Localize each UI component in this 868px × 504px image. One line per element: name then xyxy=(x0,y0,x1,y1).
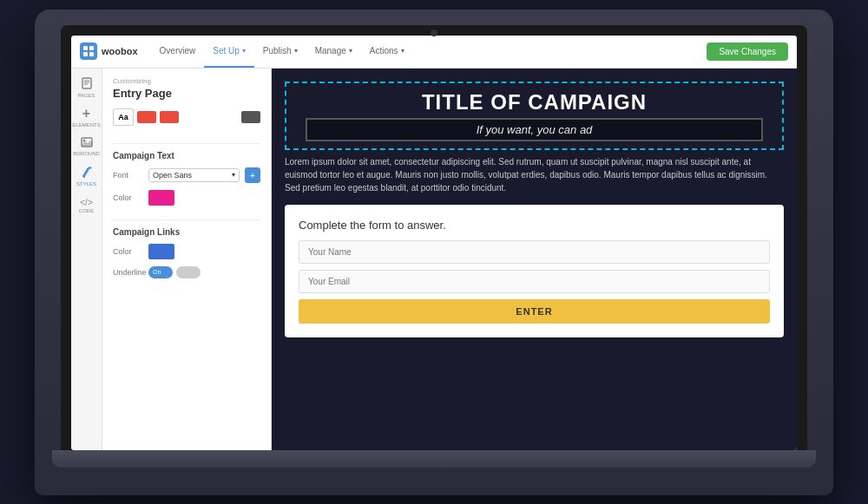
links-color-label: Color xyxy=(113,247,143,256)
bground-label: BGROUND xyxy=(73,151,100,156)
code-label: CODE xyxy=(79,208,94,213)
laptop-shell: woobox Overview Set Up ▾ Publish ▾ xyxy=(35,10,833,495)
tab-actions[interactable]: Actions ▾ xyxy=(361,36,413,68)
email-input[interactable] xyxy=(299,270,770,293)
chevron-down-icon: ▾ xyxy=(242,47,246,55)
tab-overview[interactable]: Overview xyxy=(151,36,205,68)
icon-sidebar: PAGES + ELEMENTS xyxy=(71,69,102,450)
color-label: Color xyxy=(113,193,143,202)
svg-rect-4 xyxy=(82,78,91,88)
styles-icon xyxy=(81,166,93,180)
divider-2 xyxy=(113,219,260,220)
entry-page-title: Entry Page xyxy=(113,87,260,100)
chevron-down-icon: ▾ xyxy=(232,171,235,179)
sidebar-item-elements[interactable]: + ELEMENTS xyxy=(75,105,99,129)
font-add-button[interactable]: + xyxy=(245,167,260,183)
campaign-body-text: Lorem ipsum dolor sit amet, consectetur … xyxy=(285,155,784,194)
svg-rect-2 xyxy=(83,52,88,56)
customizing-label: Customizing xyxy=(113,77,260,85)
laptop-screen: woobox Overview Set Up ▾ Publish ▾ xyxy=(71,36,797,450)
nav-tabs: Overview Set Up ▾ Publish ▾ Manage ▾ xyxy=(151,36,707,68)
style-buttons-row: Aa xyxy=(113,108,260,126)
pages-label: PAGES xyxy=(77,93,95,98)
sidebar-item-code[interactable]: </> CODE xyxy=(75,193,99,218)
campaign-links-title: Campaign Links xyxy=(113,227,260,237)
sidebar-item-pages[interactable]: PAGES xyxy=(75,75,99,100)
campaign-title: TITLE OF CAMPAIGN xyxy=(293,90,775,115)
tab-manage[interactable]: Manage ▾ xyxy=(306,36,361,68)
divider-1 xyxy=(113,143,260,144)
elements-label: ELEMENTS xyxy=(72,122,100,128)
color-swatch-1[interactable] xyxy=(137,111,156,123)
toggle-on-button[interactable]: On xyxy=(148,266,173,278)
screen-bezel: woobox Overview Set Up ▾ Publish ▾ xyxy=(61,25,807,450)
text-style-aa-button[interactable]: Aa xyxy=(113,108,134,126)
laptop-base xyxy=(52,450,816,468)
webcam xyxy=(431,29,437,36)
color-swatch-2[interactable] xyxy=(160,111,179,123)
chevron-down-icon: ▾ xyxy=(349,47,352,55)
logo-icon xyxy=(80,43,97,60)
styles-label: STYLES xyxy=(76,181,96,187)
underline-row: Underline On xyxy=(113,266,260,278)
color-swatch-dark[interactable] xyxy=(241,111,260,123)
logo-text: woobox xyxy=(102,46,138,56)
color-row: Color xyxy=(113,190,260,206)
tab-publish[interactable]: Publish ▾ xyxy=(254,36,306,68)
underline-toggle: On xyxy=(148,266,201,278)
elements-icon: + xyxy=(82,106,90,121)
main-content: PAGES + ELEMENTS xyxy=(71,69,797,450)
campaign-text-title: Campaign Text xyxy=(113,151,260,160)
font-select[interactable]: Open Sans ▾ xyxy=(148,168,240,182)
preview-area: TITLE OF CAMPAIGN Lorem ipsum dolor sit … xyxy=(272,69,797,450)
form-card: Complete the form to answer. ENTER xyxy=(285,205,784,337)
svg-rect-3 xyxy=(89,52,94,56)
save-changes-button[interactable]: Save Changes xyxy=(707,43,788,61)
text-color-swatch[interactable] xyxy=(148,190,174,206)
font-row: Font Open Sans ▾ + xyxy=(113,167,260,183)
links-color-row: Color xyxy=(113,244,260,259)
sidebar-item-background[interactable]: BGROUND xyxy=(75,134,99,159)
background-icon xyxy=(81,137,93,150)
pages-icon xyxy=(81,77,93,92)
tab-setup[interactable]: Set Up ▾ xyxy=(204,36,254,68)
toggle-off-option[interactable] xyxy=(176,266,201,278)
links-color-swatch[interactable] xyxy=(148,244,174,259)
form-title: Complete the form to answer. xyxy=(299,219,770,232)
logo-area: woobox xyxy=(80,43,138,60)
campaign-subtitle-input[interactable] xyxy=(306,118,763,141)
campaign-title-block[interactable]: TITLE OF CAMPAIGN xyxy=(285,82,784,150)
enter-button[interactable]: ENTER xyxy=(299,299,770,324)
sidebar-item-styles[interactable]: STYLES xyxy=(75,164,99,188)
underline-label: Underline xyxy=(113,268,143,277)
chevron-down-icon: ▾ xyxy=(401,47,404,55)
top-nav: woobox Overview Set Up ▾ Publish ▾ xyxy=(71,36,797,69)
font-label: Font xyxy=(113,171,143,180)
chevron-down-icon: ▾ xyxy=(294,47,298,55)
name-input[interactable] xyxy=(299,240,770,264)
svg-rect-0 xyxy=(83,46,88,50)
code-icon: </> xyxy=(80,198,92,207)
left-panel: Customizing Entry Page Aa Campaign Text … xyxy=(102,69,272,450)
svg-rect-1 xyxy=(89,46,94,50)
